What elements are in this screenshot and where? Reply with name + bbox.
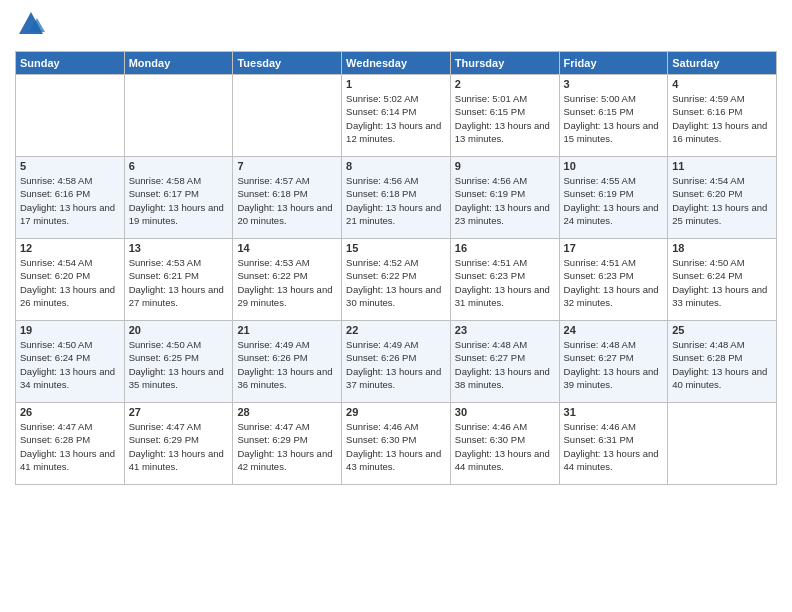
day-number: 19: [20, 324, 120, 336]
day-number: 21: [237, 324, 337, 336]
day-info: Sunrise: 4:48 AM Sunset: 6:28 PM Dayligh…: [672, 338, 772, 391]
day-info: Sunrise: 4:53 AM Sunset: 6:21 PM Dayligh…: [129, 256, 229, 309]
calendar-row: 5Sunrise: 4:58 AM Sunset: 6:16 PM Daylig…: [16, 157, 777, 239]
day-number: 24: [564, 324, 664, 336]
day-info: Sunrise: 4:50 AM Sunset: 6:24 PM Dayligh…: [20, 338, 120, 391]
calendar-row: 1Sunrise: 5:02 AM Sunset: 6:14 PM Daylig…: [16, 75, 777, 157]
table-row: 18Sunrise: 4:50 AM Sunset: 6:24 PM Dayli…: [668, 239, 777, 321]
calendar-header-row: Sunday Monday Tuesday Wednesday Thursday…: [16, 52, 777, 75]
day-number: 23: [455, 324, 555, 336]
day-info: Sunrise: 4:53 AM Sunset: 6:22 PM Dayligh…: [237, 256, 337, 309]
day-info: Sunrise: 4:59 AM Sunset: 6:16 PM Dayligh…: [672, 92, 772, 145]
col-friday: Friday: [559, 52, 668, 75]
day-number: 5: [20, 160, 120, 172]
day-number: 18: [672, 242, 772, 254]
day-info: Sunrise: 4:47 AM Sunset: 6:29 PM Dayligh…: [237, 420, 337, 473]
table-row: 2Sunrise: 5:01 AM Sunset: 6:15 PM Daylig…: [450, 75, 559, 157]
day-number: 11: [672, 160, 772, 172]
calendar-row: 19Sunrise: 4:50 AM Sunset: 6:24 PM Dayli…: [16, 321, 777, 403]
calendar: Sunday Monday Tuesday Wednesday Thursday…: [15, 51, 777, 485]
table-row: 29Sunrise: 4:46 AM Sunset: 6:30 PM Dayli…: [342, 403, 451, 485]
day-info: Sunrise: 4:49 AM Sunset: 6:26 PM Dayligh…: [237, 338, 337, 391]
day-info: Sunrise: 4:49 AM Sunset: 6:26 PM Dayligh…: [346, 338, 446, 391]
day-number: 27: [129, 406, 229, 418]
day-number: 30: [455, 406, 555, 418]
day-info: Sunrise: 4:51 AM Sunset: 6:23 PM Dayligh…: [564, 256, 664, 309]
day-number: 29: [346, 406, 446, 418]
day-info: Sunrise: 5:02 AM Sunset: 6:14 PM Dayligh…: [346, 92, 446, 145]
table-row: 5Sunrise: 4:58 AM Sunset: 6:16 PM Daylig…: [16, 157, 125, 239]
day-info: Sunrise: 4:47 AM Sunset: 6:29 PM Dayligh…: [129, 420, 229, 473]
col-thursday: Thursday: [450, 52, 559, 75]
table-row: 1Sunrise: 5:02 AM Sunset: 6:14 PM Daylig…: [342, 75, 451, 157]
table-row: 21Sunrise: 4:49 AM Sunset: 6:26 PM Dayli…: [233, 321, 342, 403]
col-wednesday: Wednesday: [342, 52, 451, 75]
table-row: 23Sunrise: 4:48 AM Sunset: 6:27 PM Dayli…: [450, 321, 559, 403]
day-info: Sunrise: 4:58 AM Sunset: 6:17 PM Dayligh…: [129, 174, 229, 227]
table-row: 9Sunrise: 4:56 AM Sunset: 6:19 PM Daylig…: [450, 157, 559, 239]
day-number: 14: [237, 242, 337, 254]
col-saturday: Saturday: [668, 52, 777, 75]
table-row: 8Sunrise: 4:56 AM Sunset: 6:18 PM Daylig…: [342, 157, 451, 239]
table-row: 22Sunrise: 4:49 AM Sunset: 6:26 PM Dayli…: [342, 321, 451, 403]
table-row: 28Sunrise: 4:47 AM Sunset: 6:29 PM Dayli…: [233, 403, 342, 485]
table-row: 13Sunrise: 4:53 AM Sunset: 6:21 PM Dayli…: [124, 239, 233, 321]
day-number: 26: [20, 406, 120, 418]
table-row: 30Sunrise: 4:46 AM Sunset: 6:30 PM Dayli…: [450, 403, 559, 485]
calendar-row: 12Sunrise: 4:54 AM Sunset: 6:20 PM Dayli…: [16, 239, 777, 321]
day-info: Sunrise: 4:58 AM Sunset: 6:16 PM Dayligh…: [20, 174, 120, 227]
day-info: Sunrise: 4:47 AM Sunset: 6:28 PM Dayligh…: [20, 420, 120, 473]
day-info: Sunrise: 4:48 AM Sunset: 6:27 PM Dayligh…: [455, 338, 555, 391]
table-row: 3Sunrise: 5:00 AM Sunset: 6:15 PM Daylig…: [559, 75, 668, 157]
table-row: 15Sunrise: 4:52 AM Sunset: 6:22 PM Dayli…: [342, 239, 451, 321]
day-info: Sunrise: 4:46 AM Sunset: 6:30 PM Dayligh…: [346, 420, 446, 473]
table-row: [16, 75, 125, 157]
day-number: 10: [564, 160, 664, 172]
day-number: 22: [346, 324, 446, 336]
day-number: 8: [346, 160, 446, 172]
table-row: 17Sunrise: 4:51 AM Sunset: 6:23 PM Dayli…: [559, 239, 668, 321]
day-number: 25: [672, 324, 772, 336]
table-row: [233, 75, 342, 157]
header: [15, 10, 777, 43]
table-row: 12Sunrise: 4:54 AM Sunset: 6:20 PM Dayli…: [16, 239, 125, 321]
day-info: Sunrise: 5:00 AM Sunset: 6:15 PM Dayligh…: [564, 92, 664, 145]
day-info: Sunrise: 4:50 AM Sunset: 6:25 PM Dayligh…: [129, 338, 229, 391]
table-row: 10Sunrise: 4:55 AM Sunset: 6:19 PM Dayli…: [559, 157, 668, 239]
day-info: Sunrise: 4:56 AM Sunset: 6:19 PM Dayligh…: [455, 174, 555, 227]
day-number: 13: [129, 242, 229, 254]
page: Sunday Monday Tuesday Wednesday Thursday…: [0, 0, 792, 612]
day-number: 6: [129, 160, 229, 172]
day-number: 28: [237, 406, 337, 418]
table-row: [124, 75, 233, 157]
day-number: 31: [564, 406, 664, 418]
day-number: 3: [564, 78, 664, 90]
logo: [15, 10, 45, 43]
calendar-row: 26Sunrise: 4:47 AM Sunset: 6:28 PM Dayli…: [16, 403, 777, 485]
day-number: 17: [564, 242, 664, 254]
table-row: 25Sunrise: 4:48 AM Sunset: 6:28 PM Dayli…: [668, 321, 777, 403]
day-info: Sunrise: 5:01 AM Sunset: 6:15 PM Dayligh…: [455, 92, 555, 145]
day-number: 4: [672, 78, 772, 90]
day-number: 1: [346, 78, 446, 90]
col-tuesday: Tuesday: [233, 52, 342, 75]
day-info: Sunrise: 4:57 AM Sunset: 6:18 PM Dayligh…: [237, 174, 337, 227]
table-row: 16Sunrise: 4:51 AM Sunset: 6:23 PM Dayli…: [450, 239, 559, 321]
day-info: Sunrise: 4:48 AM Sunset: 6:27 PM Dayligh…: [564, 338, 664, 391]
day-info: Sunrise: 4:52 AM Sunset: 6:22 PM Dayligh…: [346, 256, 446, 309]
day-number: 16: [455, 242, 555, 254]
day-info: Sunrise: 4:51 AM Sunset: 6:23 PM Dayligh…: [455, 256, 555, 309]
day-number: 15: [346, 242, 446, 254]
day-info: Sunrise: 4:54 AM Sunset: 6:20 PM Dayligh…: [20, 256, 120, 309]
day-number: 20: [129, 324, 229, 336]
table-row: 6Sunrise: 4:58 AM Sunset: 6:17 PM Daylig…: [124, 157, 233, 239]
table-row: 4Sunrise: 4:59 AM Sunset: 6:16 PM Daylig…: [668, 75, 777, 157]
day-info: Sunrise: 4:46 AM Sunset: 6:31 PM Dayligh…: [564, 420, 664, 473]
table-row: 19Sunrise: 4:50 AM Sunset: 6:24 PM Dayli…: [16, 321, 125, 403]
day-number: 2: [455, 78, 555, 90]
table-row: 27Sunrise: 4:47 AM Sunset: 6:29 PM Dayli…: [124, 403, 233, 485]
day-number: 9: [455, 160, 555, 172]
day-info: Sunrise: 4:55 AM Sunset: 6:19 PM Dayligh…: [564, 174, 664, 227]
day-number: 7: [237, 160, 337, 172]
table-row: 26Sunrise: 4:47 AM Sunset: 6:28 PM Dayli…: [16, 403, 125, 485]
